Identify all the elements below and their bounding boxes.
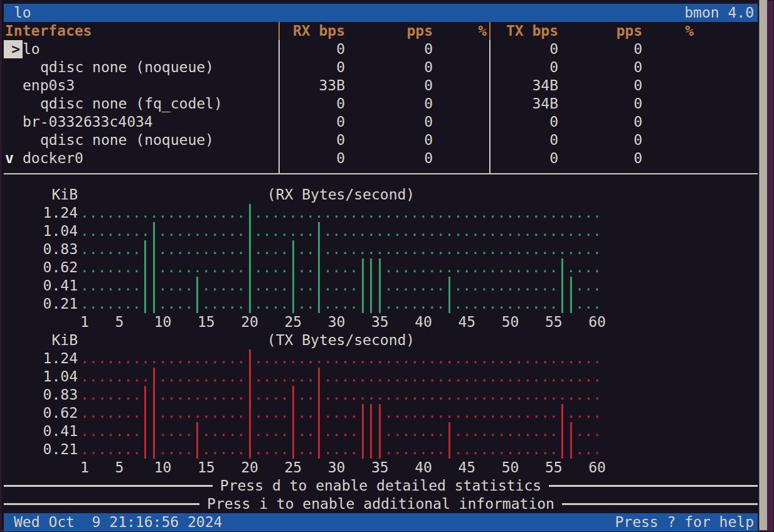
graph-dot-row: ................... ....................… — [80, 204, 602, 222]
y-axis-tick-label: 1.24 — [23, 204, 78, 222]
hint-detailed-statistics: Press d to enable detailed statistics — [4, 477, 758, 495]
graph-bar — [249, 349, 251, 459]
table-graph-separator — [4, 173, 758, 174]
column-divider — [489, 40, 490, 174]
graph-dot-row: ....... .... ..... .... .. .... ....... … — [80, 422, 602, 440]
rx-pps-value: 0 — [351, 131, 433, 149]
y-axis-tick-label: 1.04 — [23, 368, 78, 386]
tx-pps-value: 0 — [561, 131, 642, 149]
graph-bar — [448, 277, 450, 313]
column-divider — [278, 40, 280, 174]
help-hint: Press ? for help — [615, 513, 754, 531]
graph-bar — [318, 222, 320, 313]
app-version: bmon 4.0 — [684, 4, 754, 22]
graph-bar — [379, 404, 381, 459]
selected-interface-title: lo — [14, 4, 31, 22]
x-axis-tick-label: 25 — [284, 459, 302, 477]
graph-bar — [318, 368, 320, 459]
graph-dot-row: ....... .......... .... .. .... ........… — [80, 258, 602, 277]
x-axis: 151015202530354045505560 — [80, 313, 602, 331]
table-row[interactable]: >lo0000 — [4, 40, 758, 58]
qdisc-name: qdisc none (fq_codel) — [40, 95, 223, 113]
column-header-interfaces: Interfaces — [5, 22, 92, 40]
graph-bar — [153, 222, 155, 313]
tx-pps-value: 0 — [561, 149, 642, 168]
x-axis-tick-label: 30 — [328, 459, 346, 477]
rx-pps-value: 0 — [351, 113, 433, 131]
graph-dot-row: ....... .... ..... .... .. .... ....... … — [80, 295, 602, 313]
y-axis-tick-label: 0.62 — [23, 258, 78, 277]
bmon-screen: lo bmon 4.0 Interfaces RX bps pps % TX b… — [4, 4, 758, 530]
expanded-marker: v — [5, 149, 14, 168]
rx-bps-value: 0 — [263, 131, 345, 149]
rx-pps-value: 0 — [351, 58, 433, 77]
x-axis-tick-label: 35 — [371, 313, 389, 331]
scrollbar[interactable] — [759, 0, 767, 530]
rx-bps-value: 0 — [263, 113, 345, 131]
interface-name: docker0 — [23, 149, 83, 168]
graph-bar — [448, 422, 450, 459]
graph-bar — [362, 404, 364, 459]
column-header-rx-pct: % — [405, 22, 487, 40]
x-axis-tick-label: 30 — [328, 313, 346, 331]
graph-dot-row: ....... .......... .... .. .... ........… — [80, 404, 602, 422]
graph-bar — [196, 422, 198, 459]
graph-dot-row: ....... .......... .... .. .............… — [80, 240, 602, 258]
x-axis-tick-label: 60 — [588, 459, 606, 477]
tx-pps-value: 0 — [561, 77, 642, 95]
hint-text: Press d to enable detailed statistics — [213, 477, 549, 495]
x-axis-tick-label: 5 — [115, 313, 124, 331]
graph-dot-row: ....... .... ..... .... .. .... ....... … — [80, 277, 602, 295]
table-row[interactable]: vdocker00000 — [4, 149, 758, 168]
graph-dot-row: ....... .......... .... .. .............… — [80, 386, 602, 404]
graph-bar — [249, 204, 251, 313]
interface-name: enp0s3 — [23, 77, 75, 95]
y-axis-tick-label: 0.41 — [23, 277, 78, 295]
table-row[interactable]: br-0332633c40340000 — [4, 113, 758, 131]
tx-pps-value: 0 — [561, 58, 642, 77]
table-row[interactable]: qdisc none (fq_codel)0034B0 — [4, 95, 758, 113]
graph-bar — [379, 258, 381, 313]
x-axis-tick-label: 55 — [545, 459, 563, 477]
x-axis-tick-label: 55 — [545, 313, 563, 331]
graph-unit-label: KiB — [23, 331, 78, 349]
table-row[interactable]: enp0s333B034B0 — [4, 77, 758, 95]
y-axis-tick-label: 0.41 — [23, 422, 78, 440]
rx-pps-value: 0 — [351, 40, 433, 58]
x-axis-tick-label: 15 — [198, 313, 215, 331]
graph-bar — [370, 404, 372, 459]
graph-bar — [370, 258, 372, 313]
title-bar: lo bmon 4.0 — [4, 4, 758, 22]
interface-name: br-0332633c4034 — [23, 113, 153, 131]
graph-bar — [561, 258, 563, 313]
y-axis-tick-label: 1.24 — [23, 349, 78, 368]
table-row[interactable]: qdisc none (noqueue)0000 — [4, 58, 758, 77]
y-axis-tick-label: 0.83 — [23, 386, 78, 404]
graph-plot-area: ................... ....................… — [80, 349, 602, 459]
y-axis-tick-label: 0.62 — [23, 404, 78, 422]
rx-bps-value: 0 — [263, 149, 345, 168]
terminal-background: lo bmon 4.0 Interfaces RX bps pps % TX b… — [1, 0, 759, 530]
column-header-rx-bps: RX bps — [263, 22, 345, 40]
qdisc-name: qdisc none (noqueue) — [40, 58, 214, 77]
table-row[interactable]: qdisc none (noqueue)0000 — [4, 131, 758, 149]
interface-name: lo — [23, 40, 40, 58]
rx-bps-value: 0 — [263, 95, 345, 113]
column-divider-cap — [278, 22, 280, 40]
x-axis-tick-label: 10 — [154, 313, 172, 331]
rx-bps-value: 0 — [263, 40, 345, 58]
rx-graph: KiB(RX Bytes/second)1.241.040.830.620.41… — [4, 186, 758, 331]
x-axis-tick-label: 20 — [241, 313, 258, 331]
x-axis-tick-label: 15 — [198, 459, 215, 477]
hint-text: Press i to enable additional information — [199, 495, 562, 513]
x-axis-tick-label: 10 — [154, 459, 172, 477]
graph-bar — [292, 386, 294, 459]
selection-cursor: > — [4, 40, 23, 58]
x-axis-tick-label: 40 — [415, 459, 432, 477]
x-axis-tick-label: 1 — [80, 459, 89, 477]
graph-dot-row: ................... ....................… — [80, 349, 602, 368]
graph-dot-row: ........ .......... ....... ............… — [80, 222, 602, 240]
x-axis-tick-label: 45 — [458, 313, 475, 331]
graph-bar — [570, 277, 572, 313]
graph-bar — [153, 368, 155, 459]
